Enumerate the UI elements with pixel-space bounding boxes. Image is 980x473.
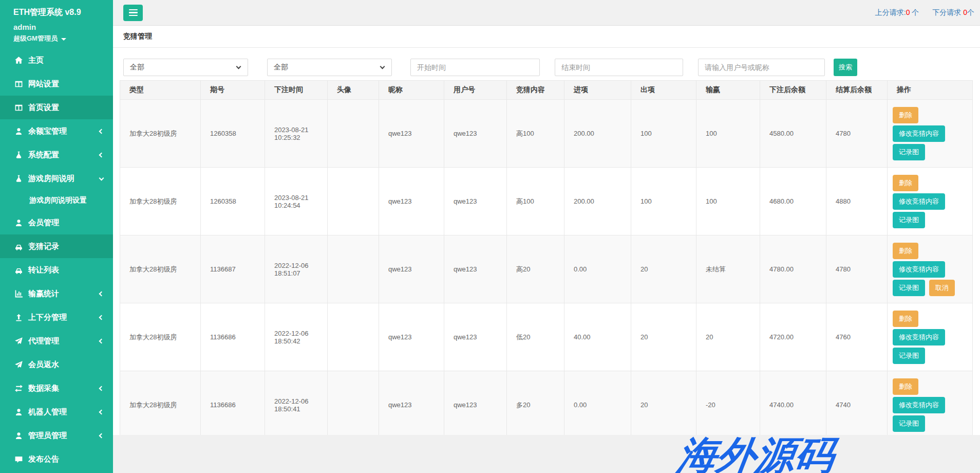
sidebar-item-label: 转让列表 bbox=[28, 265, 59, 275]
chevron-down-icon bbox=[99, 176, 104, 181]
sidebar-item-10[interactable]: 输赢统计 bbox=[0, 282, 113, 305]
balance-after-bet-cell: 4580.00 bbox=[760, 100, 826, 168]
outcome-cell: 20 bbox=[631, 303, 696, 371]
sidebar-item-0[interactable]: 主页 bbox=[0, 48, 113, 72]
sidebar-item-label: 会员管理 bbox=[28, 218, 59, 228]
delete-button[interactable]: 删除 bbox=[893, 243, 918, 259]
user-icon bbox=[14, 408, 23, 416]
column-header-7: 进项 bbox=[564, 81, 631, 100]
filter-select-2[interactable]: 全部 bbox=[267, 59, 392, 76]
app-root: ETH管理系统 v8.9 admin 超级GM管理员 主页网站设置首页设置余额宝… bbox=[0, 0, 980, 473]
sidebar-item-5[interactable]: 游戏房间说明 bbox=[0, 167, 113, 190]
sidebar-item-3[interactable]: 余额宝管理 bbox=[0, 119, 113, 143]
balance-after-bet-cell: 4720.00 bbox=[760, 303, 826, 371]
sidebar-item-11[interactable]: 上下分管理 bbox=[0, 305, 113, 329]
edit-button[interactable]: 修改竞猜内容 bbox=[893, 397, 945, 413]
content-cell: 高100 bbox=[507, 100, 564, 168]
footer: 海外源码 bbox=[113, 435, 980, 473]
content-panel: 全部 全部 搜索 类型期号下注时间头像昵称 bbox=[113, 48, 980, 435]
column-header-4: 昵称 bbox=[379, 81, 444, 100]
sidebar-item-label: 管理员管理 bbox=[28, 431, 67, 441]
record-button[interactable]: 记录图 bbox=[893, 415, 925, 432]
delete-button[interactable]: 删除 bbox=[893, 378, 918, 395]
record-button[interactable]: 记录图 bbox=[893, 144, 925, 160]
sidebar-menu: 主页网站设置首页设置余额宝管理系统配置游戏房间说明游戏房间说明设置会员管理竞猜记… bbox=[0, 48, 113, 471]
sidebar-item-label: 游戏房间说明 bbox=[28, 174, 74, 184]
sidebar-item-7[interactable]: 会员管理 bbox=[0, 211, 113, 234]
sidebar-item-15[interactable]: 机器人管理 bbox=[0, 400, 113, 424]
outcome-cell: 100 bbox=[631, 168, 696, 235]
user-icon bbox=[14, 431, 23, 440]
down-request-link[interactable]: 下分请求 0个 bbox=[932, 8, 974, 17]
chevron-left-icon bbox=[99, 315, 104, 320]
main-area: 上分请求:0 个 下分请求 0个 竞猜管理 全部 全部 搜索 bbox=[113, 0, 980, 473]
start-time-input[interactable] bbox=[410, 59, 540, 76]
edit-button[interactable]: 修改竞猜内容 bbox=[893, 261, 945, 278]
action-line: 记录图取消 bbox=[893, 280, 967, 296]
sidebar-item-2[interactable]: 首页设置 bbox=[0, 96, 113, 119]
sidebar-item-9[interactable]: 转让列表 bbox=[0, 258, 113, 282]
search-button[interactable]: 搜索 bbox=[834, 59, 857, 76]
filter-select-1-value: 全部 bbox=[130, 63, 144, 72]
avatar-cell bbox=[328, 100, 379, 168]
chevron-left-icon bbox=[99, 433, 104, 438]
topbar-right: 上分请求:0 个 下分请求 0个 bbox=[875, 8, 974, 17]
edit-button[interactable]: 修改竞猜内容 bbox=[893, 329, 945, 345]
sidebar-item-16[interactable]: 管理员管理 bbox=[0, 424, 113, 447]
user-icon bbox=[14, 127, 23, 136]
chevron-left-icon bbox=[99, 386, 104, 391]
sidebar-item-1[interactable]: 网站设置 bbox=[0, 72, 113, 96]
delete-button[interactable]: 删除 bbox=[893, 107, 918, 123]
sidebar-toggle-button[interactable] bbox=[123, 5, 143, 21]
record-button[interactable]: 记录图 bbox=[893, 348, 925, 364]
role-dropdown[interactable]: 超级GM管理员 bbox=[13, 34, 113, 43]
sidebar-item-label: 上下分管理 bbox=[28, 313, 67, 322]
actions-cell: 删除修改竞猜内容记录图取消 bbox=[888, 235, 973, 303]
edit-button[interactable]: 修改竞猜内容 bbox=[893, 125, 945, 142]
avatar-cell bbox=[328, 168, 379, 235]
balance-after-settle-cell: 4740 bbox=[826, 371, 888, 435]
sidebar-item-12[interactable]: 代理管理 bbox=[0, 329, 113, 353]
end-time-input[interactable] bbox=[555, 59, 683, 76]
period-cell: 1260358 bbox=[201, 168, 265, 235]
sidebar-item-label: 主页 bbox=[28, 56, 44, 65]
record-button[interactable]: 记录图 bbox=[893, 280, 925, 296]
user-id-cell: qwe123 bbox=[444, 235, 507, 303]
cancel-button[interactable]: 取消 bbox=[929, 280, 955, 296]
sidebar-item-label: 输赢统计 bbox=[28, 289, 59, 299]
balance-after-settle-cell: 4780 bbox=[826, 100, 888, 168]
sidebar-item-14[interactable]: 数据采集 bbox=[0, 376, 113, 400]
up-request-link[interactable]: 上分请求:0 个 bbox=[875, 8, 919, 17]
edit-button[interactable]: 修改竞猜内容 bbox=[893, 193, 945, 210]
sidebar-item-8[interactable]: 竞猜记录 bbox=[0, 234, 113, 258]
user-search-input[interactable] bbox=[698, 59, 825, 76]
record-button[interactable]: 记录图 bbox=[893, 212, 925, 228]
delete-button[interactable]: 删除 bbox=[893, 311, 918, 327]
action-line: 记录图 bbox=[893, 415, 967, 432]
window-icon bbox=[14, 103, 23, 112]
nickname-cell: qwe123 bbox=[379, 371, 444, 435]
winloss-cell: 100 bbox=[696, 100, 760, 168]
type-cell: 加拿大28初级房 bbox=[120, 168, 201, 235]
hamburger-icon bbox=[129, 9, 138, 11]
column-header-10: 下注后余额 bbox=[760, 81, 826, 100]
bet-time-cell: 2022-12-06 18:50:42 bbox=[265, 303, 328, 371]
page-title: 竞猜管理 bbox=[123, 32, 152, 41]
sidebar-item-13[interactable]: 会员返水 bbox=[0, 353, 113, 376]
sidebar-item-6[interactable]: 游戏房间说明设置 bbox=[0, 190, 113, 211]
income-cell: 0.00 bbox=[564, 235, 631, 303]
sidebar: ETH管理系统 v8.9 admin 超级GM管理员 主页网站设置首页设置余额宝… bbox=[0, 0, 113, 473]
username: admin bbox=[13, 23, 113, 31]
filter-select-1[interactable]: 全部 bbox=[123, 59, 248, 76]
winloss-cell: 未结算 bbox=[696, 235, 760, 303]
sidebar-item-4[interactable]: 系统配置 bbox=[0, 143, 113, 167]
app-title: ETH管理系统 v8.9 bbox=[13, 7, 113, 18]
column-header-3: 头像 bbox=[328, 81, 379, 100]
topbar: 上分请求:0 个 下分请求 0个 bbox=[113, 0, 980, 26]
period-cell: 1136686 bbox=[201, 371, 265, 435]
action-line: 删除 bbox=[893, 107, 967, 123]
outcome-cell: 100 bbox=[631, 100, 696, 168]
sidebar-item-17[interactable]: 发布公告 bbox=[0, 447, 113, 471]
delete-button[interactable]: 删除 bbox=[893, 175, 918, 191]
column-header-11: 结算后余额 bbox=[826, 81, 888, 100]
